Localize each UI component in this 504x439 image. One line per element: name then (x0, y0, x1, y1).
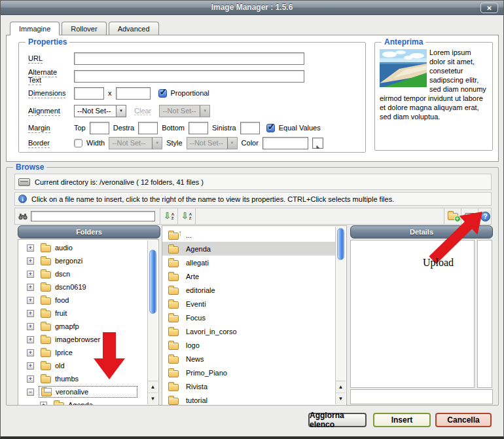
tree-row-food[interactable]: +food (18, 294, 158, 307)
tree-expander-icon[interactable]: + (27, 258, 34, 265)
file-row-logo[interactable]: logo (162, 338, 335, 352)
file-row-allegati[interactable]: allegati (162, 256, 335, 269)
new-folder-button[interactable]: + (444, 208, 461, 224)
file-row-Eventi[interactable]: Eventi (162, 297, 335, 311)
tree-expander-icon[interactable]: + (27, 323, 34, 330)
border-style-select[interactable]: --Not Set-- (187, 137, 238, 149)
tree-row-dscn[interactable]: +dscn (18, 267, 158, 280)
file-row-Lavori_in_corso[interactable]: Lavori_in_corso (162, 324, 335, 338)
scroll-down-button[interactable]: ▼ (148, 393, 158, 404)
alignment-row: Alignment --Not Set-- Clear --Not Set-- (28, 104, 361, 117)
border-width-checkbox[interactable] (74, 139, 82, 147)
tree-row-old[interactable]: +old (18, 359, 158, 372)
tree-row-Iprice[interactable]: +Iprice (18, 346, 158, 359)
tree-item: Iprice (39, 347, 75, 358)
color-picker-button[interactable] (312, 138, 323, 149)
folders-scrollbar[interactable]: ▲▼ (147, 240, 158, 404)
browser-toolbar: ⇩ AZ ⇩ AZ + ↑ (14, 208, 492, 225)
tree-expander-icon[interactable]: + (27, 375, 34, 383)
tree-row-bergonzi[interactable]: +bergonzi (18, 254, 158, 267)
clear-button[interactable]: Clear (134, 107, 151, 115)
file-row-Agenda[interactable]: Agenda (162, 242, 335, 256)
info-icon: i (18, 195, 27, 203)
folder-icon (41, 350, 51, 357)
tree-expander-icon[interactable]: + (27, 362, 34, 370)
tree-expander-icon[interactable]: + (27, 336, 34, 343)
tree-item: audio (39, 242, 75, 253)
tree-expander-icon[interactable]: + (40, 402, 47, 406)
alignment-select-2[interactable]: --Not Set-- (159, 105, 210, 117)
hint-text: Click on a file name to insert, click to… (31, 195, 394, 203)
tab-advanced[interactable]: Advanced (109, 22, 159, 35)
file-row-editoriale[interactable]: editoriale (162, 283, 335, 297)
file-row-Arte[interactable]: Arte (162, 269, 335, 283)
sort-desc-button[interactable]: ⇩ AZ (178, 208, 196, 224)
margin-bottom-input[interactable] (189, 122, 208, 134)
file-row-...[interactable]: ↑... (162, 228, 335, 242)
folder-icon (54, 402, 64, 406)
file-row-Primo_Piano[interactable]: Primo_Piano (162, 366, 335, 379)
scrollbar-thumb[interactable] (337, 228, 344, 260)
border-width-label: Width (86, 139, 105, 147)
tree-expander-icon[interactable]: + (27, 349, 34, 356)
tree-row-Agenda[interactable]: +Agenda (18, 398, 158, 406)
file-row-Focus[interactable]: Focus (162, 311, 335, 324)
tree-expander-icon[interactable]: + (27, 244, 34, 252)
tree-expander-icon[interactable]: − (27, 389, 34, 396)
width-input[interactable] (74, 87, 104, 100)
files-scrollbar[interactable]: ▲▼ (335, 227, 346, 404)
upload-button[interactable]: ↑ (461, 208, 478, 224)
tree-row-veronalive[interactable]: −veronalive (18, 385, 158, 398)
margin-left-input[interactable] (240, 122, 260, 134)
up-arrow-icon: ↑ (475, 211, 478, 220)
sort-asc-button[interactable]: ⇩ AZ (160, 208, 178, 224)
tree-expander-icon[interactable]: + (27, 284, 34, 291)
help-button[interactable]: ? (478, 208, 492, 224)
scroll-up-button[interactable]: ▲ (148, 381, 158, 393)
file-row-Rivista[interactable]: Rivista (162, 379, 335, 393)
scrollbar-thumb[interactable] (149, 250, 156, 314)
title-bar: Image Manager : 1.5.6 ✕ (1, 1, 503, 15)
folder-icon (41, 311, 51, 318)
tree-row-gmapfp[interactable]: +gmapfp (18, 320, 158, 333)
tab-immagine[interactable]: Immagine (10, 22, 60, 35)
file-row-tutorial[interactable]: tutorial (162, 393, 335, 406)
proportional-checkbox[interactable] (158, 89, 167, 98)
folder-icon (168, 343, 179, 350)
tab-rollover[interactable]: Rollover (62, 22, 106, 35)
search-cell (15, 208, 160, 224)
tree-row-fruit[interactable]: +fruit (18, 307, 158, 320)
height-input[interactable] (116, 87, 151, 100)
equal-values-checkbox[interactable] (266, 124, 275, 132)
search-input[interactable] (31, 211, 155, 221)
upload-annotation-label: Upload (423, 257, 454, 269)
insert-button[interactable]: Insert (373, 413, 431, 427)
alternate-text-label: Alternate Text (28, 68, 70, 84)
scroll-up-button[interactable]: ▲ (336, 381, 346, 393)
tree-row-audio[interactable]: +audio (18, 241, 158, 254)
tree-expander-icon[interactable]: + (27, 271, 34, 278)
tree-row-dscn0619[interactable]: +dscn0619 (18, 280, 158, 294)
dimensions-label: Dimensions (28, 89, 70, 97)
margin-right-input[interactable] (138, 122, 158, 134)
details-scrollbar-track[interactable] (477, 240, 492, 388)
alternate-text-input[interactable] (74, 70, 304, 83)
border-width-select[interactable]: --Not Set-- (109, 137, 162, 149)
margin-label: Margin (28, 124, 70, 132)
scroll-down-button[interactable]: ▼ (336, 393, 346, 404)
tree-row-imagebrowser[interactable]: +imagebrowser (18, 333, 158, 346)
border-color-input[interactable] (262, 137, 308, 149)
tree-expander-icon[interactable]: + (27, 310, 34, 317)
plus-badge-icon: + (454, 216, 461, 222)
tree-row-thumbs[interactable]: +thumbs (18, 372, 158, 385)
cancel-button[interactable]: Cancella (435, 413, 492, 427)
refresh-list-button[interactable]: Aggiorna elenco (308, 413, 367, 427)
file-row-News[interactable]: News (162, 352, 335, 366)
tree-item: dscn (39, 269, 72, 279)
tree-expander-icon[interactable]: + (27, 297, 34, 304)
url-input[interactable] (74, 52, 304, 65)
alignment-select[interactable]: --Not Set-- (74, 105, 126, 117)
close-button[interactable]: ✕ (480, 3, 498, 13)
margin-top-input[interactable] (90, 122, 109, 134)
folder-icon (41, 284, 51, 292)
